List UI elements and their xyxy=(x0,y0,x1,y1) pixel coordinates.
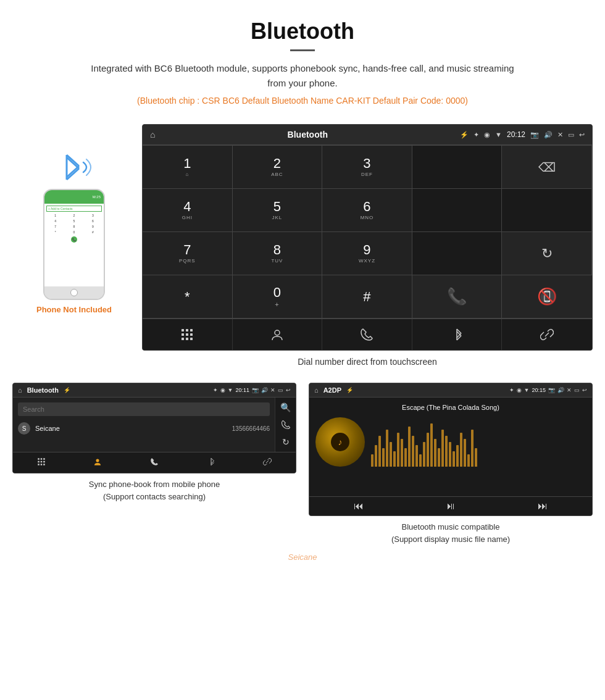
music-home-icon[interactable]: ⌂ xyxy=(314,386,319,394)
prev-track-icon[interactable]: ⏮ xyxy=(354,501,364,512)
phone-sidebar: M:25 + Add to Contacts 123 456 789 *0# 📞 xyxy=(12,124,136,314)
phonebook-screen: ⌂ Bluetooth ⚡ ✦ ◉ ▼ 20:11 📷 🔊 ✕ ▭ ↩ xyxy=(12,383,296,473)
screen-icon[interactable]: ▭ xyxy=(568,131,574,139)
dial-backspace[interactable]: ⌫ xyxy=(502,146,592,189)
phonebook-status-icons: ✦ ◉ ▼ 20:11 📷 🔊 ✕ ▭ ↩ xyxy=(213,387,291,393)
music-visualizer xyxy=(371,417,586,467)
dial-screen-container: ⌂ Bluetooth ⚡ ✦ ◉ ▼ 20:12 📷 🔊 ✕ ▭ ↩ xyxy=(136,124,593,377)
pb-time: 20:11 xyxy=(235,387,249,393)
dial-call-green[interactable]: 📞 xyxy=(412,275,503,319)
ms-loc-icon: ◉ xyxy=(517,387,522,393)
dial-key-6[interactable]: 6 MNO xyxy=(322,189,412,232)
dial-key-7[interactable]: 7 PQRS xyxy=(143,232,233,275)
pb-person-icon[interactable] xyxy=(70,452,127,473)
pb-dialpad-icon[interactable] xyxy=(13,452,70,473)
pb-screen-icon[interactable]: ▭ xyxy=(278,387,283,393)
ms-close-icon[interactable]: ✕ xyxy=(567,387,572,393)
dial-key-2[interactable]: 2 ABC xyxy=(233,146,323,189)
play-pause-icon[interactable]: ⏯ xyxy=(446,501,456,512)
music-album-inner: ♪ xyxy=(331,433,349,451)
dial-number-9: 9 xyxy=(363,243,370,257)
svg-rect-13 xyxy=(190,338,193,340)
svg-point-29 xyxy=(96,459,99,462)
dial-key-hash[interactable]: # xyxy=(322,275,412,319)
dial-key-5[interactable]: 5 JKL xyxy=(233,189,323,232)
svg-point-14 xyxy=(275,330,280,335)
dial-key-1[interactable]: 1 ⌂ xyxy=(143,146,233,189)
pb-bluetooth-icon[interactable] xyxy=(183,452,240,473)
dial-screen-title: Bluetooth xyxy=(288,130,328,140)
backspace-icon: ⌫ xyxy=(538,160,556,175)
vis-bar xyxy=(456,445,459,467)
pb-phone-icon[interactable] xyxy=(126,452,183,473)
svg-rect-12 xyxy=(186,338,188,340)
phone-home-button xyxy=(70,289,78,296)
link-icon[interactable] xyxy=(502,319,592,350)
dial-number-2: 2 xyxy=(273,157,281,170)
music-body: Escape (The Pina Colada Song) ♪ xyxy=(309,398,592,496)
dial-key-3[interactable]: 3 DEF xyxy=(322,146,412,189)
page-description: Integrated with BC6 Bluetooth module, su… xyxy=(86,61,519,91)
phonebook-home-icon[interactable]: ⌂ xyxy=(18,386,22,394)
vis-bar xyxy=(453,451,455,467)
search-side-icon[interactable]: 🔍 xyxy=(280,402,291,412)
vis-bar xyxy=(464,439,466,467)
phonebook-block: ⌂ Bluetooth ⚡ ✦ ◉ ▼ 20:11 📷 🔊 ✕ ▭ ↩ xyxy=(12,383,296,545)
vis-bar xyxy=(445,436,448,467)
vis-bar xyxy=(427,433,429,467)
dial-key-4[interactable]: 4 GHI xyxy=(143,189,233,232)
ms-cam-icon: 📷 xyxy=(548,387,555,393)
contacts-icon[interactable] xyxy=(233,319,323,350)
close-icon[interactable]: ✕ xyxy=(557,131,563,139)
dial-call-red[interactable]: 📵 xyxy=(502,275,592,319)
next-track-icon[interactable]: ⏭ xyxy=(538,501,548,512)
svg-rect-28 xyxy=(43,464,45,465)
music-main-area: ♪ xyxy=(315,417,586,467)
phone-icon[interactable] xyxy=(322,319,412,350)
home-icon[interactable]: ⌂ xyxy=(150,130,155,140)
dial-empty-4b xyxy=(412,189,503,232)
dial-number-8: 8 xyxy=(273,243,281,257)
dial-sub-1: ⌂ xyxy=(185,172,189,177)
ms-back-icon[interactable]: ↩ xyxy=(582,387,587,393)
bluetooth-icon[interactable] xyxy=(412,319,503,350)
page-title: Bluetooth xyxy=(12,19,593,44)
phonebook-search-input[interactable] xyxy=(18,402,270,416)
vis-bar xyxy=(382,448,385,467)
camera-icon: 📷 xyxy=(530,131,539,139)
dial-key-star[interactable]: * xyxy=(143,275,233,319)
vis-bar xyxy=(430,423,433,467)
ms-screen-icon[interactable]: ▭ xyxy=(574,387,580,393)
pb-back-icon[interactable]: ↩ xyxy=(286,387,291,393)
vis-bar xyxy=(404,448,407,467)
main-content: M:25 + Add to Contacts 123 456 789 *0# 📞 xyxy=(0,124,605,377)
dial-sub-7: PQRS xyxy=(179,258,196,264)
music-song-title: Escape (The Pina Colada Song) xyxy=(402,404,499,411)
phonebook-bottom-bar xyxy=(13,452,296,473)
refresh-side-icon[interactable]: ↻ xyxy=(282,437,290,447)
dial-header-right: ⚡ ✦ ◉ ▼ 20:12 📷 🔊 ✕ ▭ ↩ xyxy=(460,130,585,139)
dial-number-0: 0 xyxy=(273,286,281,299)
dial-key-8[interactable]: 8 TUV xyxy=(233,232,323,275)
phonebook-side-icons: 🔍 ↻ xyxy=(275,398,296,452)
phonebook-contact: S Seicane 13566664466 xyxy=(18,420,270,437)
dial-display-area xyxy=(412,146,503,189)
back-icon[interactable]: ↩ xyxy=(579,131,585,139)
vis-bar xyxy=(475,448,477,467)
dial-sub-5: JKL xyxy=(272,215,282,220)
dialpad-grid: 1 ⌂ 2 ABC 3 DEF ⌫ 4 xyxy=(143,145,592,319)
dial-refresh[interactable]: ↻ xyxy=(502,232,592,275)
music-controls: ⏮ ⏯ ⏭ xyxy=(309,496,592,515)
pb-close-icon[interactable]: ✕ xyxy=(270,387,275,393)
dial-sub-4: GHI xyxy=(182,215,193,220)
vis-bar xyxy=(390,442,392,467)
vis-bar xyxy=(371,454,373,467)
dial-key-0[interactable]: 0 + xyxy=(233,275,323,319)
dial-key-9[interactable]: 9 WXYZ xyxy=(322,232,412,275)
dialpad-icon[interactable] xyxy=(143,319,233,350)
vis-bar xyxy=(441,430,444,467)
pb-link-icon[interactable] xyxy=(239,452,296,473)
dial-number-6: 6 xyxy=(363,200,370,214)
pb-bt-icon: ✦ xyxy=(213,387,218,393)
phone-side-icon[interactable] xyxy=(281,420,291,430)
